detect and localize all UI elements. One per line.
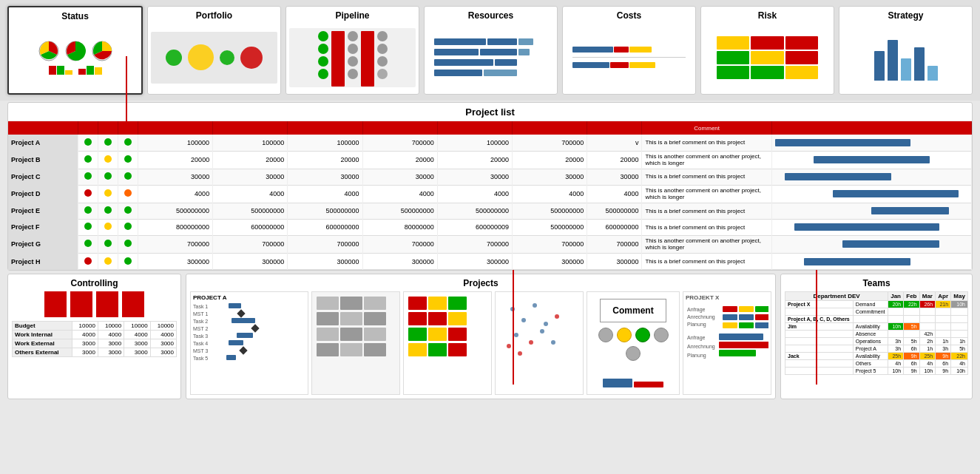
project-list-panel: Project list xyxy=(7,102,973,271)
team-val-cell-1: 9h xyxy=(904,353,919,360)
teams-row: Project A3h6h1h3h5h xyxy=(785,345,968,353)
ctrl-val-cell-0: 4000 xyxy=(72,331,98,339)
gantt-cell xyxy=(771,254,971,270)
gantt-rows: Task 1MST 1Task 2MST 2Task 3Task 4MST 3T… xyxy=(193,303,305,361)
num-cell-1: 600000000 xyxy=(213,219,288,235)
card-risk[interactable]: Risk xyxy=(700,6,834,95)
team-val-cell-1: 22h xyxy=(904,301,919,308)
card-status-title: Status xyxy=(61,11,89,21)
num-cell-2: 30000 xyxy=(288,169,362,185)
teams-row: Project 510h9h10h9h10h xyxy=(785,368,968,375)
status-dot xyxy=(124,257,132,265)
team-val-cell-3: 1h xyxy=(936,338,951,345)
status-dot xyxy=(84,206,92,214)
team-project-cell xyxy=(785,331,854,338)
teams-col-may: May xyxy=(951,292,968,301)
pie-chart-2 xyxy=(64,40,87,62)
project-name-cell: Project F xyxy=(8,219,78,235)
col-s2 xyxy=(98,121,118,135)
controlling-panel: Controlling Bu xyxy=(7,274,181,399)
team-type-cell xyxy=(853,316,888,323)
projects-comment-panel: Comment xyxy=(587,291,680,395)
card-pipeline[interactable]: Pipeline xyxy=(285,6,419,95)
team-val-cell-1: 6h xyxy=(904,360,919,368)
team-project-cell: Project X xyxy=(785,301,854,308)
svg-point-7 xyxy=(514,333,518,337)
dot-cell-0 xyxy=(78,254,98,270)
milestone-diamond xyxy=(251,324,260,332)
status-dot xyxy=(84,138,92,146)
card-costs[interactable]: Costs xyxy=(562,6,696,95)
num-cell-3: 700000 xyxy=(362,235,437,253)
gantt-row: MST 3 xyxy=(193,348,305,353)
num-cell-5: 4000 xyxy=(513,185,587,203)
card-costs-title: Costs xyxy=(617,10,641,21)
gantt-cell xyxy=(771,219,971,235)
col-n1 xyxy=(138,121,212,135)
gantt-bar xyxy=(794,223,939,231)
svg-point-13 xyxy=(518,351,522,356)
dot-cell-0 xyxy=(78,135,98,151)
card-resources[interactable]: Resources xyxy=(424,6,558,95)
num-cell-6: 300000 xyxy=(587,254,642,270)
arrow-line-vertical-1 xyxy=(126,56,127,104)
num-cell-2: 600000000 xyxy=(288,219,362,235)
status-dot xyxy=(104,257,112,265)
ctrl-label-cell: Work Internal xyxy=(13,331,72,339)
arrow-line-right-2 xyxy=(513,270,514,385)
num-cell-4: 4000 xyxy=(437,185,512,203)
svg-rect-30 xyxy=(719,334,763,340)
gantt-row-label: Task 1 xyxy=(193,304,223,309)
gantt-row: Task 4 xyxy=(193,340,305,346)
arrow-line-right-1 xyxy=(816,270,817,385)
team-val-cell-0: 3h xyxy=(888,338,904,345)
team-type-cell: Absence xyxy=(853,331,888,338)
ctrl-val-cell-2: 3000 xyxy=(124,339,150,348)
comment-cell: This is a brief comment on this project xyxy=(642,219,771,235)
dot-cell-2 xyxy=(118,185,138,203)
team-val-cell-2: 42h xyxy=(919,331,935,338)
num-cell-2: 300000 xyxy=(288,254,362,270)
num-cell-6: 4000 xyxy=(587,185,642,203)
project-list-title: Project list xyxy=(8,103,972,121)
svg-point-4 xyxy=(521,318,526,322)
status-dot xyxy=(104,172,112,180)
team-val-cell-0: 25h xyxy=(888,353,904,360)
projects-panel: Projects PROJECT A Task 1MST 1Task 2MST … xyxy=(186,274,776,399)
comment-cell: This is another comment on another proje… xyxy=(642,151,771,169)
card-strategy-title: Strategy xyxy=(888,10,923,21)
svg-rect-18 xyxy=(723,306,737,312)
teams-row: Project A, B, C, D, Others xyxy=(785,316,968,323)
num-cell-5: 20000 xyxy=(513,151,587,169)
svg-rect-24 xyxy=(723,322,737,328)
team-val-cell-2: 10h xyxy=(919,368,935,375)
comment-cell: This is a brief comment on this project xyxy=(642,135,771,151)
ctrl-val-cell-1: 4000 xyxy=(98,331,124,339)
num-cell-2: 500000000 xyxy=(288,203,362,219)
card-strategy[interactable]: Strategy xyxy=(839,6,973,95)
card-status[interactable]: Status xyxy=(7,6,143,95)
gantt-bar-container xyxy=(225,325,305,331)
team-val-cell-4: 1h xyxy=(951,338,968,345)
milestone-diamond xyxy=(239,346,247,354)
card-portfolio[interactable]: Portfolio xyxy=(147,6,281,95)
ctrl-val-cell-0: 3000 xyxy=(72,339,98,348)
team-project-cell xyxy=(785,345,854,353)
dot-cell-2 xyxy=(118,235,138,253)
table-row: Project F8000000006000000006000000008000… xyxy=(8,219,972,235)
team-val-cell-0: 10h xyxy=(888,368,904,375)
team-val-cell-4: 10h xyxy=(951,368,968,375)
bottom-panels-wrapper: Controlling Bu xyxy=(0,274,980,404)
ctrl-label-cell: Budget xyxy=(13,322,72,331)
dot-cell-0 xyxy=(78,235,98,253)
ctrl-val-cell-3: 10000 xyxy=(150,322,176,331)
team-project-cell: Jack xyxy=(785,353,854,360)
table-row: Project D4000400040004000400040004000Thi… xyxy=(8,185,972,203)
num-cell-5: 500000000 xyxy=(513,219,587,235)
dot-cell-1 xyxy=(98,169,118,185)
project-name-cell: Project C xyxy=(8,169,78,185)
col-n2 xyxy=(213,121,288,135)
team-val-cell-0: 4h xyxy=(888,360,904,368)
teams-panel: Teams Department DEV Jan Feb Mar Apr May… xyxy=(780,274,973,399)
status-dot xyxy=(104,189,112,197)
